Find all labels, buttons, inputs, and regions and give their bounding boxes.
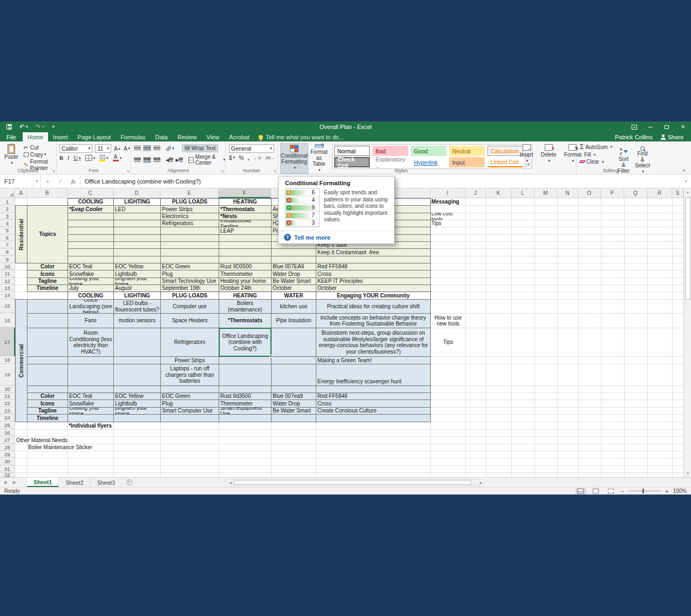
cell-F24[interactable] [219, 414, 272, 422]
column-header-B[interactable]: B [27, 188, 67, 198]
alignment-dialog-launcher[interactable]: ↘ [220, 168, 224, 173]
cell-F6[interactable] [219, 234, 272, 242]
cell-A27[interactable]: Other Material Needs [15, 436, 28, 444]
row-header-27[interactable]: 27 [0, 436, 15, 444]
horizontal-scroll-thumb[interactable] [234, 480, 471, 485]
cell-F15[interactable]: Boilers (maintenance) [219, 299, 272, 314]
cell-D16[interactable]: motion sensors [113, 313, 161, 328]
align-middle-button[interactable] [143, 145, 151, 151]
cell-I17[interactable]: Tips [430, 328, 466, 357]
column-header-I[interactable]: I [430, 188, 465, 198]
row-header-18[interactable]: 18 [0, 356, 15, 364]
cell-H15[interactable]: Practical ideas for creating culture shi… [316, 299, 431, 314]
row-header-25[interactable]: 25 [0, 422, 15, 429]
ribbon-display-options-button[interactable]: ▴ [626, 121, 642, 132]
cell-D14[interactable]: LIGHTING [113, 292, 161, 300]
sheet-tab-sheet2[interactable]: Sheet2 [59, 478, 90, 487]
sheet-nav-left-button[interactable]: ◀ [0, 478, 10, 487]
row-header-32[interactable]: 32 [0, 472, 15, 477]
sheet-tab-sheet3[interactable]: Sheet3 [91, 478, 122, 487]
cell-E19[interactable]: Laptops - run off chargers rather than b… [160, 364, 219, 386]
row-header-30[interactable]: 30 [0, 458, 15, 465]
cell-D19[interactable] [113, 364, 161, 386]
cell-B15[interactable] [27, 299, 68, 314]
ribbon-tab-formulas[interactable]: Formulas [116, 132, 150, 141]
autosum-button[interactable]: ΣAutoSum▾ [580, 143, 612, 151]
cell-E8[interactable] [160, 248, 219, 256]
cell-G16[interactable]: Pipe Insulation [271, 313, 316, 328]
cell-D4[interactable] [113, 220, 161, 227]
cell-F16[interactable]: *Thermostats [219, 313, 272, 328]
insert-function-button[interactable]: fx [67, 174, 80, 188]
column-header-Q[interactable]: Q [624, 188, 647, 198]
ribbon-tab-page-layout[interactable]: Page Layout [73, 132, 116, 141]
cell-I1[interactable]: Messaging [430, 198, 466, 206]
cell-E13[interactable]: September 19th [160, 285, 219, 292]
number-dialog-launcher[interactable]: ↘ [273, 168, 276, 173]
row-header-11[interactable]: 11 [0, 270, 15, 277]
cell-F12[interactable]: Heating your home [219, 277, 272, 285]
cell-style-normal[interactable]: Normal [334, 146, 370, 156]
cell-F4[interactable]: Insulation/Air Sealing [219, 220, 272, 227]
cell-F10[interactable]: Rust 9D3500 [219, 263, 272, 270]
cell-C22[interactable]: Snowflake [67, 400, 114, 408]
cell-B11[interactable]: Icons [27, 270, 68, 278]
cell-B17[interactable] [27, 328, 68, 357]
row-header-10[interactable]: 10 [0, 263, 15, 270]
cell-D5[interactable] [113, 227, 161, 235]
cell-G8[interactable] [271, 248, 316, 256]
column-header-D[interactable]: D [113, 188, 160, 198]
ribbon-tab-review[interactable]: Review [172, 132, 201, 141]
row-header-23[interactable]: 23 [0, 407, 15, 414]
cell-E5[interactable] [160, 227, 219, 235]
ribbon-tab-home[interactable]: Home [23, 132, 48, 141]
align-bottom-button[interactable] [153, 146, 160, 151]
cell-G11[interactable]: Water Drop [271, 270, 316, 278]
row-header-1[interactable]: 1 [0, 198, 15, 205]
cell-C4[interactable] [67, 220, 114, 227]
cell-B13[interactable]: Timeline [27, 285, 68, 292]
cell-C2[interactable]: *Evap Cooler [67, 205, 114, 213]
cell-H23[interactable]: Create Consious Culture [316, 407, 431, 415]
column-header-J[interactable]: J [465, 188, 486, 198]
row-header-16[interactable]: 16 [0, 313, 15, 328]
cell-E23[interactable]: Smart Computer Use [160, 407, 219, 415]
increase-decimal-button[interactable]: ←.0 [253, 155, 261, 160]
cell-C6[interactable] [67, 234, 114, 242]
cell-E7[interactable] [160, 241, 219, 249]
ribbon-tab-insert[interactable]: Insert [48, 132, 73, 141]
cell-E3[interactable]: Electronics [160, 213, 219, 220]
zoom-out-button[interactable]: − [621, 488, 624, 495]
row-header-3[interactable]: 3 [0, 213, 15, 220]
cell-D1[interactable]: LIGHTING [113, 198, 161, 206]
cell-C1[interactable]: COOLING [67, 198, 114, 206]
cell-E22[interactable]: Plug [160, 400, 219, 408]
row-header-4[interactable]: 4 [0, 220, 15, 227]
row-header-6[interactable]: 6 [0, 234, 15, 241]
cell-F20[interactable] [219, 385, 272, 393]
cell-G20[interactable] [271, 385, 316, 393]
column-header-C[interactable]: C [67, 188, 113, 198]
row-header-19[interactable]: 19 [0, 364, 15, 385]
cell-C19[interactable] [67, 364, 114, 386]
cell-H9[interactable] [316, 256, 431, 263]
cell-C5[interactable] [67, 227, 114, 235]
cell-G21[interactable]: Blue 007ea9 [271, 392, 316, 400]
cell-C20[interactable] [67, 385, 114, 393]
column-header-A[interactable]: A [15, 188, 27, 198]
minimize-button[interactable] [642, 121, 659, 132]
cell-H10[interactable]: Red FF5848 [316, 263, 431, 270]
cell-C7[interactable] [67, 241, 114, 249]
formula-bar-expand-button[interactable]: ▾ [681, 174, 691, 188]
cell-I4[interactable]: Tips [430, 220, 466, 227]
page-break-view-button[interactable] [606, 488, 617, 495]
cell-B19[interactable] [27, 364, 68, 386]
decrease-font-button[interactable]: A▼ [124, 145, 131, 152]
zoom-slider-thumb[interactable] [642, 489, 644, 493]
cell-E21[interactable]: EOC Green [160, 392, 219, 400]
column-header-M[interactable]: M [534, 188, 557, 198]
cell-G17[interactable] [271, 328, 316, 357]
cell-G10[interactable]: Blue 007EA9 [271, 263, 316, 270]
confirm-entry-button[interactable]: ✓ [54, 174, 67, 188]
cell-B21[interactable]: Color [27, 392, 68, 400]
